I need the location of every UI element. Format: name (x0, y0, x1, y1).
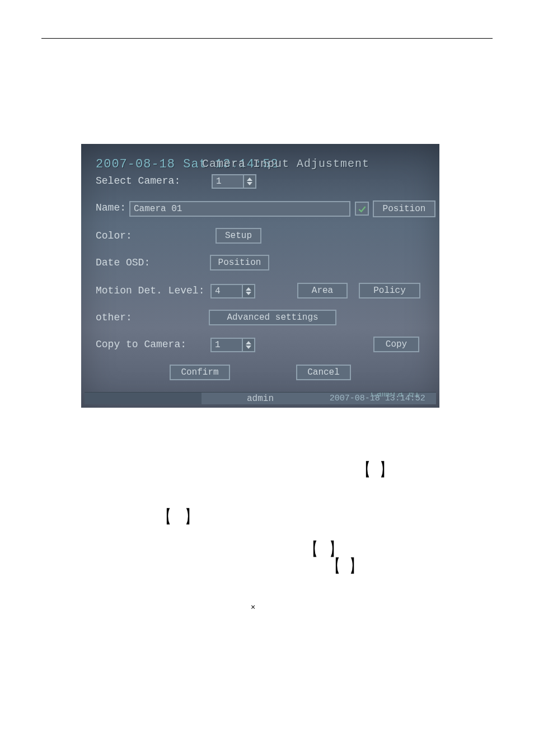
motion-level-spinner[interactable]: 4 (210, 284, 255, 298)
copy-to-camera-value: 1 (212, 339, 242, 351)
date-osd-label: Date OSD: (96, 257, 150, 268)
date-osd-position-button[interactable]: Position (210, 255, 269, 270)
spinner-arrows-icon[interactable] (242, 339, 254, 351)
select-camera-spinner[interactable]: 1 (212, 174, 256, 189)
cancel-button[interactable]: Cancel (296, 365, 351, 380)
confirm-button[interactable]: Confirm (170, 365, 230, 380)
status-user: admin (202, 392, 318, 404)
color-setup-button[interactable]: Setup (216, 228, 261, 244)
motion-area-button[interactable]: Area (297, 283, 348, 298)
status-left (85, 392, 202, 404)
bracket-pair-4: 【 】 (327, 558, 363, 575)
copy-to-camera-label: Copy to Camera: (96, 339, 186, 350)
name-visible-checkbox[interactable] (355, 202, 369, 216)
other-label: other: (96, 312, 132, 323)
multiply-sign: × (251, 603, 255, 612)
copy-button[interactable]: Copy (373, 337, 419, 352)
spinner-arrows-icon[interactable] (243, 175, 255, 188)
motion-policy-button[interactable]: Policy (359, 283, 420, 298)
color-label: Color: (96, 230, 132, 241)
horizontal-rule (41, 38, 493, 39)
select-camera-value: 1 (213, 175, 243, 188)
name-position-button[interactable]: Position (373, 200, 435, 217)
motion-level-label: Motion Det. Level: (96, 285, 204, 296)
copy-to-camera-spinner[interactable]: 1 (210, 338, 255, 352)
status-bar: admin Camera 01 2007-08-18 13:14:52 (85, 392, 436, 404)
status-timestamp: Camera 01 2007-08-18 13:14:52 (319, 392, 436, 404)
window-title: Camera Input Adjustment (202, 157, 369, 170)
bracket-pair-2: 【 】 (158, 508, 198, 525)
name-input[interactable]: Camera 01 (129, 201, 350, 217)
name-value: Camera 01 (134, 204, 182, 214)
status-ghost-camera: Camera 01 (371, 392, 419, 399)
spinner-arrows-icon[interactable] (242, 285, 254, 297)
dvr-menu-window: 2007-08-18 Sat 13:14:52 Camera Input Adj… (81, 144, 439, 408)
select-camera-label: Select Camera: (96, 175, 180, 186)
check-icon (358, 204, 367, 213)
motion-level-value: 4 (212, 285, 242, 297)
name-label: Name: (96, 202, 126, 213)
bracket-pair-1: 【 】 (357, 461, 393, 478)
advanced-settings-button[interactable]: Advanced settings (209, 310, 336, 325)
